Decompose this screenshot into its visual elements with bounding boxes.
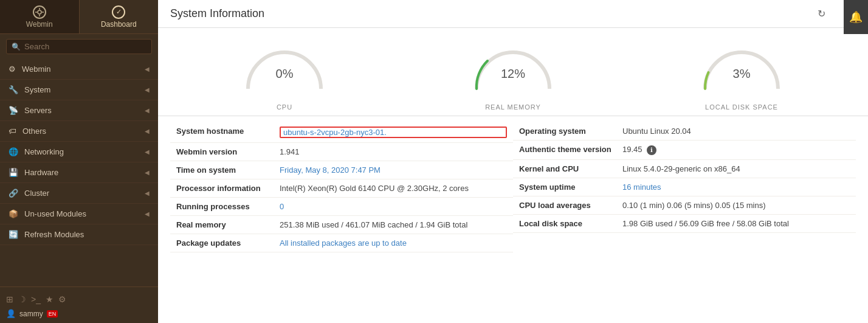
load-value: 0.10 (1 min) 0.06 (5 mins) 0.05 (15 mins… [622,201,850,210]
servers-nav-icon: 📡 [9,106,18,115]
kernel-label: Kernel and CPU [519,164,622,173]
sidebar-item-label: Others [22,127,46,136]
info-left-column: System hostname ubuntu-s-2vcpu-2gb-nyc3-… [170,122,513,252]
settings-icon[interactable]: ⚙ [58,294,66,304]
grid-icon[interactable]: ⊞ [6,294,13,304]
disk-gauge-label: LOCAL DISK SPACE [705,103,778,111]
system-nav-icon: 🔧 [9,85,18,94]
uptime-value[interactable]: 16 minutes [622,182,850,192]
search-container: 🔍 [6,39,152,54]
sidebar-item-label: Servers [24,106,52,115]
info-row-load: CPU load averages 0.10 (1 min) 0.06 (5 m… [513,196,856,215]
info-section: System hostname ubuntu-s-2vcpu-2gb-nyc3-… [158,116,868,323]
page-title: System Information [170,7,264,20]
bookmark-icon[interactable]: ★ [46,294,53,304]
dashboard-icon: ✓ [112,5,125,19]
processes-value[interactable]: 0 [280,202,507,211]
sidebar-item-cluster[interactable]: 🔗 Cluster ◀ [0,183,158,204]
os-label: Operating system [519,127,622,136]
svg-text:0%: 0% [276,67,294,80]
webmin-icon [33,5,46,19]
chevron-right-icon: ◀ [145,107,150,114]
cluster-nav-icon: 🔗 [9,189,18,198]
info-grid: System hostname ubuntu-s-2vcpu-2gb-nyc3-… [170,122,856,252]
info-row-processes: Running processes 0 [170,198,513,216]
info-row-packages: Package updates All installed packages a… [170,234,513,252]
hardware-nav-icon: 💾 [9,168,18,177]
disk-gauge-svg: 3% [693,34,790,101]
hostname-value[interactable]: ubuntu-s-2vcpu-2gb-nyc3-01. [280,127,507,138]
svg-point-0 [38,10,41,14]
info-row-disk: Local disk space 1.98 GiB used / 56.09 G… [513,215,856,233]
chevron-right-icon: ◀ [145,210,150,217]
kernel-value: Linux 5.4.0-29-generic on x86_64 [622,164,850,173]
cpu-gauge-label: CPU [277,103,292,111]
search-input[interactable] [24,42,146,51]
sidebar-item-others[interactable]: 🏷 Others ◀ [0,121,158,142]
chevron-right-icon: ◀ [145,190,150,196]
uptime-label: System uptime [519,182,622,192]
sidebar-item-networking[interactable]: 🌐 Networking ◀ [0,142,158,162]
memory-gauge-svg: 12% [464,34,562,101]
memory-label: Real memory [176,220,280,229]
info-row-time: Time on system Friday, May 8, 2020 7:47 … [170,161,513,179]
os-value: Ubuntu Linux 20.04 [622,127,850,136]
flag-icon: EN [47,310,58,318]
sidebar: Webmin ✓ Dashboard 🔍 ⚙ Webmin ◀ 🔧 System… [0,0,158,323]
memory-value: 251.38 MiB used / 461.07 MiB cached / 1.… [280,220,507,229]
moon-icon[interactable]: ☽ [18,294,26,304]
webmin-nav-button[interactable]: Webmin [0,0,80,33]
packages-label: Package updates [176,238,280,248]
disk-label: Local disk space [519,219,622,228]
disk-gauge: 3% LOCAL DISK SPACE [681,34,802,116]
sidebar-item-unused-modules[interactable]: 📦 Un-used Modules ◀ [0,204,158,224]
sidebar-item-webmin[interactable]: ⚙ Webmin ◀ [0,59,158,80]
chevron-right-icon: ◀ [145,86,150,93]
time-value[interactable]: Friday, May 8, 2020 7:47 PM [280,165,507,175]
info-right-column: Operating system Ubuntu Linux 20.04 Auth… [513,122,856,252]
bell-icon: 🔔 [849,10,863,24]
processor-value: Intel(R) Xeon(R) Gold 6140 CPU @ 2.30GHz… [280,184,507,193]
refresh-modules-nav-icon: 🔄 [9,230,18,239]
sidebar-item-label: Cluster [24,189,49,198]
nav-menu: ⚙ Webmin ◀ 🔧 System ◀ 📡 Servers ◀ 🏷 Othe… [0,59,158,287]
info-row-hostname: System hostname ubuntu-s-2vcpu-2gb-nyc3-… [170,122,513,143]
dashboard-label: Dashboard [101,20,137,29]
sidebar-item-label: System [24,85,50,94]
info-row-os: Operating system Ubuntu Linux 20.04 [513,122,856,141]
processor-label: Processor information [176,184,280,193]
chevron-right-icon: ◀ [145,148,150,155]
sidebar-item-system[interactable]: 🔧 System ◀ [0,80,158,100]
sidebar-item-refresh-modules[interactable]: 🔄 Refresh Modules [0,224,158,245]
terminal-icon[interactable]: >_ [31,294,41,304]
user-avatar: 👤 [6,309,16,318]
theme-value: 19.45 ℹ [622,145,850,155]
dashboard-nav-button[interactable]: ✓ Dashboard [80,0,159,33]
refresh-button[interactable]: ↻ [818,8,825,19]
sidebar-item-servers[interactable]: 📡 Servers ◀ [0,100,158,121]
unused-modules-nav-icon: 📦 [9,209,18,218]
packages-value[interactable]: All installed packages are up to date [280,238,507,248]
info-row-memory: Real memory 251.38 MiB used / 461.07 MiB… [170,216,513,234]
networking-nav-icon: 🌐 [9,147,18,156]
sidebar-item-label: Refresh Modules [24,230,84,239]
info-row-kernel: Kernel and CPU Linux 5.4.0-29-generic on… [513,160,856,178]
bottom-toolbar: ⊞ ☽ >_ ★ ⚙ [6,292,152,307]
info-icon[interactable]: ℹ [647,145,656,155]
notification-bell[interactable]: 🔔 [844,0,868,34]
sidebar-item-label: Networking [24,147,64,156]
cpu-gauge: 0% CPU [224,34,345,116]
search-icon: 🔍 [12,43,21,51]
sidebar-item-hardware[interactable]: 💾 Hardware ◀ [0,162,158,183]
memory-gauge: 12% REAL MEMORY [452,34,574,116]
svg-text:12%: 12% [501,67,525,80]
sidebar-item-label: Webmin [22,64,50,74]
webmin-version-value: 1.941 [280,147,507,156]
chevron-right-icon: ◀ [145,169,150,176]
cpu-gauge-svg: 0% [236,34,333,101]
sidebar-top: Webmin ✓ Dashboard [0,0,158,34]
hostname-label: System hostname [176,127,280,136]
sidebar-item-label: Un-used Modules [24,209,86,218]
info-row-processor: Processor information Intel(R) Xeon(R) G… [170,179,513,198]
gauges-section: 0% CPU 12% REAL MEMORY 3% LOC [158,28,868,116]
